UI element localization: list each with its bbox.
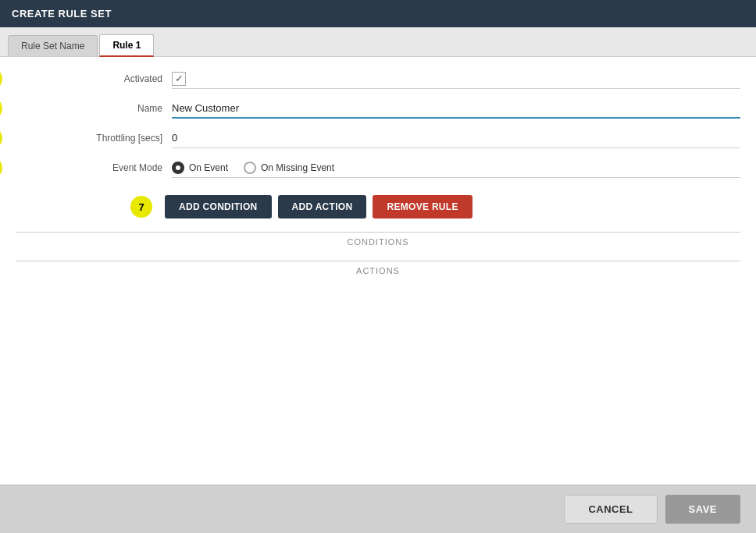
radio-label-on-missing-event: On Missing Event <box>261 162 334 173</box>
conditions-divider <box>16 232 740 233</box>
add-condition-button[interactable]: ADD CONDITION <box>165 195 272 219</box>
radio-circle-on-missing-event <box>244 162 256 174</box>
step-badge-3: 3 <box>0 68 2 90</box>
footer: CANCEL SAVE <box>0 485 756 533</box>
step-badge-4: 4 <box>0 98 2 119</box>
step-badge-6: 6 <box>0 157 2 179</box>
title-text: CREATE RULE SET <box>12 8 112 20</box>
tab-rule-set-name[interactable]: Rule Set Name <box>8 35 98 56</box>
main-content: Rule Set Name Rule 1 3 Activated ✓ 4 Nam… <box>0 27 756 485</box>
actions-divider <box>16 261 740 261</box>
add-action-button[interactable]: ADD ACTION <box>278 195 367 219</box>
form-row-activated: 3 Activated ✓ <box>16 69 740 89</box>
activated-control: ✓ <box>172 69 740 89</box>
radio-label-on-event: On Event <box>189 162 228 173</box>
remove-rule-button[interactable]: REMOVE RULE <box>373 195 472 219</box>
throttling-input[interactable] <box>172 132 740 144</box>
radio-on-event[interactable]: On Event <box>172 162 228 174</box>
label-name: Name <box>51 103 172 114</box>
step-badge-5: 5 <box>0 127 2 149</box>
cancel-button[interactable]: CANCEL <box>564 495 657 524</box>
form-row-event-mode: 6 Event Mode On Event On Missing Event <box>16 158 740 178</box>
form-row-name: 4 Name <box>16 98 740 119</box>
tab-rule-1[interactable]: Rule 1 <box>99 34 154 57</box>
conditions-label: CONDITIONS <box>16 237 740 247</box>
throttling-control <box>172 128 740 148</box>
save-button[interactable]: SAVE <box>665 495 740 524</box>
form-area: 3 Activated ✓ 4 Name 5 Throttlin <box>0 57 756 485</box>
buttons-row: 7 ADD CONDITION ADD ACTION REMOVE RULE <box>137 195 740 219</box>
actions-label: ACTIONS <box>16 266 740 275</box>
check-icon: ✓ <box>175 73 184 84</box>
label-event-mode: Event Mode <box>51 162 172 173</box>
name-control <box>172 98 740 119</box>
name-input[interactable] <box>172 102 740 114</box>
step-badge-7: 7 <box>130 196 152 218</box>
label-activated: Activated <box>51 73 172 84</box>
activated-checkbox[interactable]: ✓ <box>172 72 186 86</box>
form-row-throttling: 5 Throttling [secs] <box>16 128 740 148</box>
radio-group-event-mode: On Event On Missing Event <box>172 162 334 174</box>
tabs-row: Rule Set Name Rule 1 <box>0 27 756 57</box>
event-mode-control: On Event On Missing Event <box>172 158 740 178</box>
title-bar: CREATE RULE SET <box>0 0 756 27</box>
label-throttling: Throttling [secs] <box>51 133 172 144</box>
radio-circle-on-event <box>172 162 184 174</box>
radio-on-missing-event[interactable]: On Missing Event <box>244 162 334 174</box>
